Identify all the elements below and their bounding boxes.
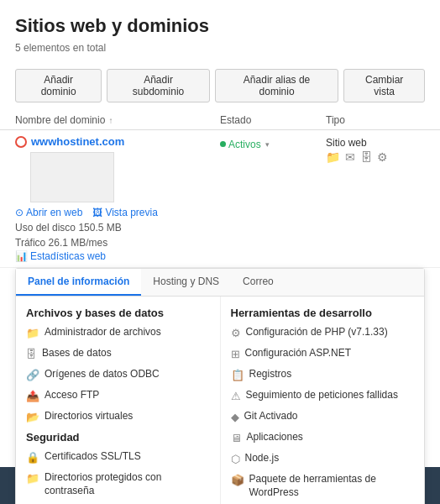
stats-link[interactable]: 📊 Estadísticas web [15, 250, 213, 262]
domain-row: wwwhostinet.com ⊙ Abrir en web 🖼 Vista p… [0, 130, 440, 268]
git-icon: ◆ [231, 411, 239, 423]
domain-name[interactable]: wwwhostinet.com [31, 135, 124, 148]
page-header: Sitios web y dominios 5 elementos en tot… [0, 0, 440, 69]
folder-icon[interactable]: 📁 [326, 150, 340, 164]
panel-item-ftp[interactable]: 📤 Acceso FTP [26, 389, 212, 402]
panel-item-git[interactable]: ◆ Git Activado [231, 410, 416, 423]
panel-item-nodejs[interactable]: ⬡ Node.js [231, 452, 416, 465]
aspnet-icon: ⊞ [231, 348, 240, 360]
dev-column: Herramientas de desarrollo ⚙ Configuraci… [221, 297, 425, 504]
panel-item-aspnet[interactable]: ⊞ Configuración ASP.NET [231, 347, 416, 360]
table-header: Nombre del dominio ↑ Estado Tipo [0, 111, 440, 130]
toolbar: Añadir dominio Añadir subdominio Añadir … [0, 69, 440, 111]
page-title: Sitios web y dominios [15, 15, 425, 37]
panel-item-failed-requests[interactable]: ⚠ Seguimiento de peticiones fallidas [231, 389, 416, 402]
stats-icon: 📊 [15, 250, 28, 262]
domain-tipo-cell: Sitio web 📁 ✉ 🗄 ⚙ [326, 135, 425, 164]
panel-item-odbc[interactable]: 🔗 Orígenes de datos ODBC [26, 368, 212, 381]
panel-item-ssl[interactable]: 🔒 Certificados SSL/TLS [26, 450, 212, 464]
status-dropdown-arrow: ▾ [265, 140, 270, 149]
col-header-estado: Estado [220, 114, 319, 126]
ssl-icon: 🔒 [26, 451, 39, 464]
sort-arrow-icon[interactable]: ↑ [108, 116, 113, 125]
panel-body: Archivos y bases de datos 📁 Administrado… [16, 297, 424, 504]
php-icon: ⚙ [231, 327, 241, 339]
failed-requests-icon: ⚠ [231, 390, 241, 402]
status-badge[interactable]: Activos ▾ [220, 139, 270, 150]
preview-icon: 🖼 [92, 207, 102, 218]
open-web-link[interactable]: ⊙ Abrir en web [15, 207, 82, 218]
domain-links: ⊙ Abrir en web 🖼 Vista previa [15, 207, 213, 218]
domain-left: wwwhostinet.com ⊙ Abrir en web 🖼 Vista p… [15, 135, 213, 262]
tab-panel-info[interactable]: Panel de información [16, 269, 141, 296]
panel-item-logs[interactable]: 📋 Registros [231, 368, 416, 381]
odbc-icon: 🔗 [26, 369, 39, 381]
files-section-title: Archivos y bases de datos [26, 307, 212, 319]
domain-circle-indicator [15, 136, 27, 148]
domain-status-cell: Activos ▾ [220, 135, 319, 150]
virtual-dirs-icon: 📂 [26, 411, 39, 423]
open-web-icon: ⊙ [15, 207, 24, 218]
disk-usage-info: Uso del disco 150.5 MB [15, 222, 213, 234]
security-section-title: Seguridad [26, 431, 212, 444]
nodejs-icon: ⬡ [231, 453, 240, 465]
database-icon[interactable]: 🗄 [360, 150, 372, 164]
panel-item-protected-dirs[interactable]: 📁 Directorios protegidos con contraseña [26, 471, 212, 497]
change-view-button[interactable]: Cambiar vista [343, 69, 425, 102]
domain-action-icons: 📁 ✉ 🗄 ⚙ [326, 150, 425, 164]
panel-item-apps[interactable]: 🖥 Aplicaciones [231, 431, 416, 444]
settings-icon[interactable]: ⚙ [377, 150, 388, 164]
panel-tabs: Panel de información Hosting y DNS Corre… [16, 269, 424, 297]
tab-hosting-dns[interactable]: Hosting y DNS [141, 269, 231, 296]
col-header-tipo: Tipo [326, 114, 425, 126]
dev-section-title: Herramientas de desarrollo [231, 307, 416, 319]
preview-link[interactable]: 🖼 Vista previa [92, 207, 157, 218]
apps-icon: 🖥 [231, 432, 242, 444]
add-subdomain-button[interactable]: Añadir subdominio [107, 69, 209, 102]
domain-name-row: wwwhostinet.com [15, 135, 213, 148]
green-dot-icon [220, 141, 226, 147]
logs-icon: 📋 [231, 369, 244, 381]
panel-item-databases[interactable]: 🗄 Bases de datos [26, 347, 212, 360]
add-alias-button[interactable]: Añadir alias de dominio [215, 69, 339, 102]
panel-item-file-manager[interactable]: 📁 Administrador de archivos [26, 326, 212, 339]
traffic-info: Tráfico 26.1 MB/mes [15, 237, 213, 249]
email-icon[interactable]: ✉ [345, 150, 355, 164]
tab-correo[interactable]: Correo [231, 269, 285, 296]
col-header-name: Nombre del dominio ↑ [15, 114, 213, 126]
files-column: Archivos y bases de datos 📁 Administrado… [16, 297, 221, 504]
panel-item-php[interactable]: ⚙ Configuración de PHP (v7.1.33) [231, 326, 416, 339]
panel-item-virtual-dirs[interactable]: 📂 Directorios virtuales [26, 410, 212, 423]
file-manager-icon: 📁 [26, 327, 39, 339]
panel-item-wordpress[interactable]: 📦 Paquete de herramientas de WordPress [231, 473, 416, 499]
ftp-icon: 📤 [26, 390, 39, 402]
protected-dirs-icon: 📁 [26, 472, 39, 485]
databases-icon: 🗄 [26, 348, 37, 360]
add-domain-button[interactable]: Añadir dominio [15, 69, 102, 102]
element-count: 5 elementos en total [15, 42, 425, 54]
wordpress-icon: 📦 [231, 474, 244, 486]
panel-dropdown: Panel de información Hosting y DNS Corre… [15, 268, 425, 504]
domain-thumbnail [30, 152, 114, 202]
